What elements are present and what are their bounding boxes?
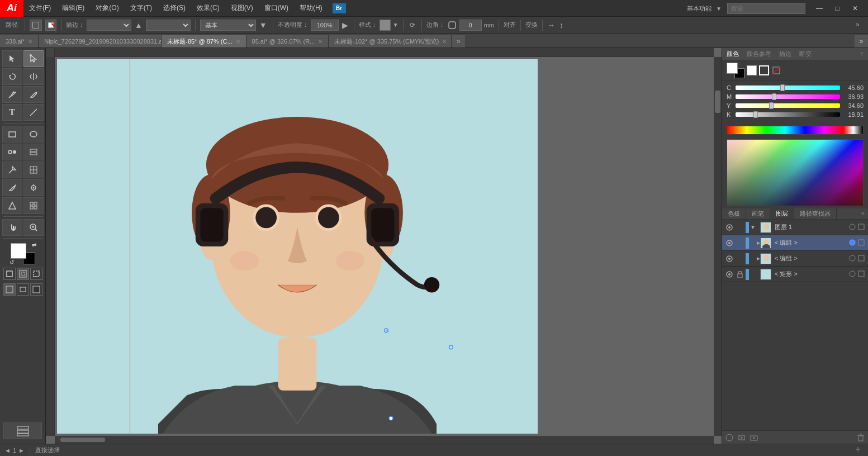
hand-tool[interactable] bbox=[2, 219, 22, 236]
layer-visibility-3[interactable] bbox=[724, 254, 734, 264]
screen-mode-full[interactable] bbox=[17, 283, 29, 296]
tab-close-3[interactable]: ✕ bbox=[318, 39, 322, 45]
grid-tool[interactable] bbox=[23, 197, 44, 214]
layer-clip-2[interactable] bbox=[858, 239, 866, 247]
menu-effect[interactable]: 效果(C) bbox=[191, 0, 225, 16]
color-mode-fill[interactable] bbox=[747, 65, 757, 75]
layer-stack-tool[interactable] bbox=[3, 422, 42, 439]
layer-clip-3[interactable] bbox=[858, 255, 866, 263]
panel-options[interactable]: ≡ bbox=[858, 208, 868, 219]
layer-clip-4[interactable] bbox=[858, 270, 866, 278]
fill-selector[interactable] bbox=[45, 20, 56, 31]
color-spectrum-large[interactable] bbox=[727, 139, 864, 206]
layer-item-3[interactable]: ► < 编组 > bbox=[722, 251, 868, 267]
scale-tool[interactable] bbox=[2, 162, 22, 178]
canvas-area[interactable] bbox=[46, 48, 722, 444]
color-panel-collapse[interactable]: ≡ bbox=[860, 51, 864, 57]
layer-lock-4[interactable] bbox=[736, 269, 744, 279]
horizontal-scrollbar[interactable] bbox=[55, 436, 714, 444]
tab-2[interactable]: 未标题-85* @ 87% (C... ✕ bbox=[162, 35, 246, 48]
pencil-tool[interactable] bbox=[23, 86, 44, 103]
c-slider[interactable] bbox=[736, 86, 840, 90]
menu-window[interactable]: 窗口(W) bbox=[259, 0, 294, 16]
layer-target-3[interactable] bbox=[849, 255, 857, 263]
screen-mode-presentation[interactable] bbox=[30, 283, 42, 296]
layer-target-4[interactable] bbox=[849, 270, 857, 278]
layer-item-4[interactable]: < 矩形 > bbox=[722, 267, 868, 282]
color-ref-tab[interactable]: 颜色参考 bbox=[747, 50, 771, 58]
close-button[interactable]: ✕ bbox=[847, 0, 864, 17]
line-tool[interactable] bbox=[23, 104, 44, 121]
line-style-arrow[interactable]: ▼ bbox=[259, 21, 267, 30]
m-slider[interactable] bbox=[736, 94, 840, 99]
mirror-tool[interactable] bbox=[23, 68, 44, 85]
ellipse-tool[interactable] bbox=[23, 126, 44, 142]
select-tool[interactable] bbox=[2, 50, 22, 67]
menu-object[interactable]: 对象(O) bbox=[90, 0, 124, 16]
draw-normal-icon[interactable] bbox=[3, 268, 16, 280]
camera-tool[interactable] bbox=[23, 179, 44, 196]
create-new-sublayer-btn[interactable] bbox=[737, 433, 747, 443]
pathfinder-tab[interactable]: 路径查找器 bbox=[794, 208, 837, 219]
tab-close-4[interactable]: ✕ bbox=[442, 39, 447, 45]
color-spectrum[interactable] bbox=[727, 126, 864, 135]
menu-type[interactable]: 文字(T) bbox=[125, 0, 158, 16]
pen-tool[interactable] bbox=[2, 86, 22, 103]
layer-visibility-4[interactable] bbox=[724, 269, 734, 279]
stroke-color-select[interactable] bbox=[146, 20, 191, 31]
tab-close-2[interactable]: ✕ bbox=[236, 39, 240, 45]
type-tool[interactable]: T bbox=[2, 104, 22, 121]
eyedropper-tool[interactable] bbox=[2, 179, 22, 196]
maximize-button[interactable]: □ bbox=[829, 0, 846, 17]
hscroll-thumb[interactable] bbox=[60, 438, 105, 442]
gradient-tab[interactable]: 断变 bbox=[799, 50, 812, 58]
draw-behind-icon[interactable] bbox=[30, 268, 42, 280]
status-expand[interactable] bbox=[855, 446, 864, 455]
zoom-tool[interactable] bbox=[23, 219, 44, 236]
layer-stack-btn[interactable] bbox=[1, 420, 44, 441]
m-thumb[interactable] bbox=[772, 93, 776, 100]
nav-prev-icon[interactable]: ◄ bbox=[4, 447, 11, 454]
tab-4[interactable]: 未标题-102* @ 335.75% (CMYK/预览) ✕ bbox=[329, 35, 452, 48]
corner-value[interactable] bbox=[459, 20, 482, 31]
color-mode-none[interactable] bbox=[771, 65, 781, 75]
stroke-tab[interactable]: 描边 bbox=[779, 50, 791, 58]
layer-expand-2[interactable]: ► bbox=[750, 240, 759, 246]
toolbar-expand[interactable]: » bbox=[856, 21, 865, 30]
fg-color-swatch[interactable] bbox=[11, 243, 26, 259]
brushes-tab[interactable]: 画笔 bbox=[746, 208, 770, 219]
layer-item-2[interactable]: ► < 编组 > bbox=[722, 235, 868, 251]
layer-visibility-2[interactable] bbox=[724, 238, 734, 248]
opacity-input[interactable] bbox=[311, 20, 339, 31]
blend-tool[interactable] bbox=[2, 144, 22, 160]
layer-expand-1[interactable]: ▼ bbox=[750, 224, 759, 230]
layer-btn[interactable] bbox=[23, 144, 44, 160]
stroke-select[interactable] bbox=[87, 20, 131, 31]
style-swatch[interactable] bbox=[380, 20, 391, 31]
panel-toggle[interactable]: » bbox=[855, 35, 868, 48]
rect-tool[interactable] bbox=[2, 126, 22, 142]
make-clip-mask-btn[interactable] bbox=[724, 433, 734, 443]
tab-1[interactable]: Nipic_7262799_20190920103330028031.ai* ✕ bbox=[39, 35, 162, 48]
menu-view[interactable]: 视图(V) bbox=[225, 0, 259, 16]
search-input[interactable] bbox=[727, 3, 805, 14]
icon1[interactable]: → bbox=[547, 21, 555, 30]
swatches-tab[interactable]: 色板 bbox=[722, 208, 746, 219]
tab-3[interactable]: 85.ai* @ 326.07% (R... ✕ bbox=[246, 35, 329, 48]
menu-help[interactable]: 帮助(H) bbox=[294, 0, 328, 16]
line-style-select[interactable]: 基本 bbox=[200, 20, 256, 31]
k-slider[interactable] bbox=[736, 112, 840, 117]
shaper-tool[interactable] bbox=[2, 197, 22, 214]
vertical-scrollbar[interactable] bbox=[714, 57, 722, 436]
menu-edit[interactable]: 编辑(E) bbox=[56, 0, 90, 16]
draw-inside-icon[interactable] bbox=[17, 268, 29, 280]
tab-close-0[interactable]: ✕ bbox=[28, 39, 32, 45]
delete-layer-btn[interactable] bbox=[856, 433, 866, 443]
create-new-layer-btn[interactable] bbox=[749, 433, 759, 443]
stroke-up[interactable]: ▲ bbox=[135, 21, 143, 30]
opacity-expand[interactable]: ▶ bbox=[342, 21, 348, 30]
refresh-icon[interactable]: ⟳ bbox=[408, 21, 417, 30]
layer-clip-1[interactable] bbox=[858, 224, 866, 231]
color-tab[interactable]: 颜色 bbox=[727, 50, 739, 58]
y-thumb[interactable] bbox=[769, 102, 774, 109]
